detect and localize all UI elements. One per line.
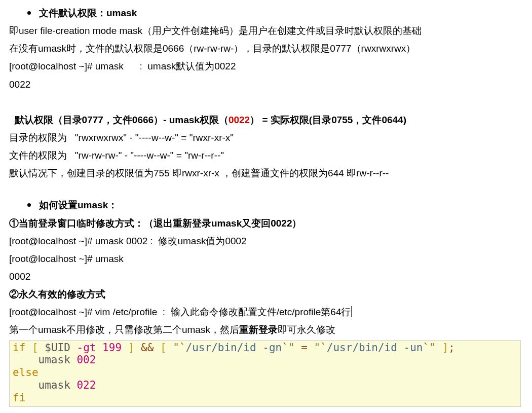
shell-umask-output-0002: 0002 xyxy=(9,268,523,285)
formula-line: 默认权限（目录0777，文件0666）- umask权限（0022） = 实际权… xyxy=(9,93,523,129)
heading-permanent-modify: ②永久有效的修改方式 xyxy=(9,285,523,303)
paragraph-file-perm-calc: 文件的权限为 "rw-rw-rw-" - "----w--w-" = "rw-r… xyxy=(9,146,523,164)
paragraph-dir-perm-calc: 目录的权限为 "rwxrwxrwx" - "----w--w-" = "rwxr… xyxy=(9,129,523,146)
bullet-dot-icon xyxy=(27,11,31,15)
spacer xyxy=(9,182,523,196)
code-line-4: umask 022 xyxy=(13,379,517,392)
shell-umask-output: 0022 xyxy=(9,76,523,93)
code-line-2: umask 002 xyxy=(13,354,517,366)
code-line-5: fi xyxy=(13,392,517,404)
shell-vim-profile: [root@localhost ~]# vim /etc/profile : 输… xyxy=(9,303,523,321)
paragraph-default-result: 默认情况下，创建目录的权限值为755 即rwxr-xr-x ，创建普通文件的权限… xyxy=(9,164,523,182)
text-cursor-icon xyxy=(351,306,352,317)
code-line-3: else xyxy=(13,366,517,379)
formula-part-a: 默认权限（目录0777，文件0666）- umask权限（ xyxy=(15,115,229,125)
bullet-dot-icon xyxy=(27,203,31,207)
formula-part-b: ） = 实际权限(目录0755，文件0644) xyxy=(250,115,406,125)
code-line-1: if [ $UID -gt 199 ] && [ "`/usr/bin/id -… xyxy=(13,342,517,354)
heading-temp-modify: ①当前登录窗口临时修改方式：（退出重新登录umask又变回0022） xyxy=(9,214,523,232)
bullet-file-default-permission: 文件默认权限：umask xyxy=(27,4,523,22)
paragraph-no-umask-defaults: 在没有umask时，文件的默认权限是0666（rw-rw-rw-），目录的默认权… xyxy=(9,40,523,57)
code-block-profile: if [ $UID -gt 199 ] && [ "`/usr/bin/id -… xyxy=(9,340,521,407)
shell-umask-command: [root@localhost ~]# umask : umask默认值为002… xyxy=(9,57,523,75)
bullet-text-2: 如何设置umask： xyxy=(39,196,118,214)
bullet-how-to-set-umask: 如何设置umask： xyxy=(27,196,523,214)
formula-red-0022: 0022 xyxy=(229,115,250,125)
shell-umask-query: [root@localhost ~]# umask xyxy=(9,250,523,268)
shell-umask-set-0002: [root@localhost ~]# umask 0002 : 修改umask… xyxy=(9,232,523,250)
bullet-text-1: 文件默认权限：umask xyxy=(39,4,137,22)
paragraph-modify-second-umask: 第一个umask不用修改，只需修改第二个umask，然后重新登录即可永久修改 xyxy=(9,321,523,339)
paragraph-umask-def: 即user file-creation mode mask（用户文件创建掩码）是… xyxy=(9,22,523,40)
